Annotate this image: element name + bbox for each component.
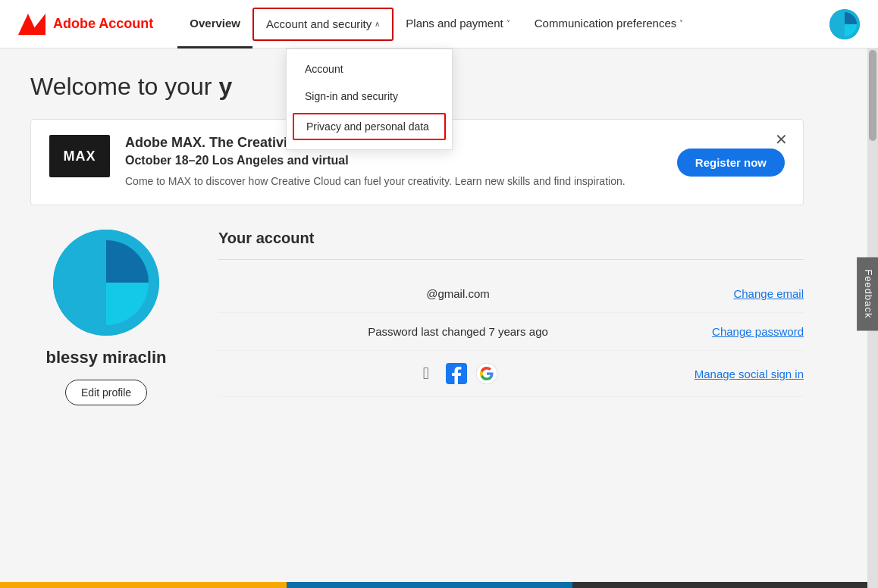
change-password-link[interactable]: Change password [698,325,804,338]
account-divider [218,259,804,260]
account-security-chevron-icon: ∧ [375,20,380,28]
google-icon [476,363,497,384]
banner-close-button[interactable]: ✕ [775,132,788,147]
nav-account-security-label: Account and security [266,17,372,30]
adobe-logo[interactable]: Adobe Account [18,14,153,35]
register-now-button[interactable]: Register now [677,149,785,177]
manage-social-signin-link[interactable]: Manage social sign in [695,368,804,380]
nav-comm-prefs[interactable]: Communication preferences ˅ [522,0,696,48]
profile-avatar-image [53,230,159,336]
change-email-link[interactable]: Change email [698,287,804,300]
apple-icon:  [415,363,437,384]
plans-payment-chevron-icon: ˅ [506,19,510,27]
account-info-panel: Your account @gmail.com Change email Pas… [218,230,804,397]
password-row: Password last changed 7 years ago Change… [218,313,804,351]
header: Adobe Account Overview Account and secur… [0,0,878,48]
banner-subtitle: October 18–20 Los Angeles and virtual [125,154,662,167]
profile-left-panel: blessy miraclin Edit profile [30,230,182,405]
profile-name: blessy miraclin [46,348,167,368]
social-signin-row:  [218,351,804,397]
dropdown-item-privacy[interactable]: Privacy and personal data [293,113,446,140]
facebook-icon [446,363,467,384]
password-status: Password last changed 7 years ago [218,325,698,338]
max-logo-text: MAX [64,149,96,164]
social-icons-container:  [218,363,695,384]
account-security-dropdown: Account Sign-in and security Privacy and… [286,48,453,150]
nav-account-security[interactable]: Account and security ∧ [252,8,394,41]
profile-section: blessy miraclin Edit profile Your accoun… [30,230,804,405]
email-value: @gmail.com [218,287,698,300]
email-row: @gmail.com Change email [218,275,804,313]
account-section-title: Your account [218,230,804,247]
nav-overview[interactable]: Overview [177,0,252,48]
nav-comm-prefs-label: Communication preferences [535,17,677,30]
banner-description: Come to MAX to discover how Creative Clo… [125,174,662,189]
edit-profile-button[interactable]: Edit profile [65,380,147,405]
dropdown-item-account[interactable]: Account [287,55,452,83]
adobe-logo-icon [18,14,45,35]
nav-plans-payment-label: Plans and payment [406,17,503,30]
avatar-image [829,9,860,39]
max-logo: MAX [49,135,110,177]
main-nav: Overview Account and security ∧ Plans an… [177,0,829,48]
adobe-account-title: Adobe Account [53,16,153,32]
user-avatar[interactable] [829,9,860,39]
nav-overview-label: Overview [190,17,240,30]
feedback-tab[interactable]: Feedback [857,257,878,330]
scrollbar[interactable] [867,48,878,430]
comm-prefs-chevron-icon: ˅ [679,19,683,27]
dropdown-item-signin-security[interactable]: Sign-in and security [287,83,452,110]
profile-avatar [53,230,159,336]
nav-plans-payment[interactable]: Plans and payment ˅ [394,0,522,48]
scrollbar-thumb[interactable] [869,50,876,141]
